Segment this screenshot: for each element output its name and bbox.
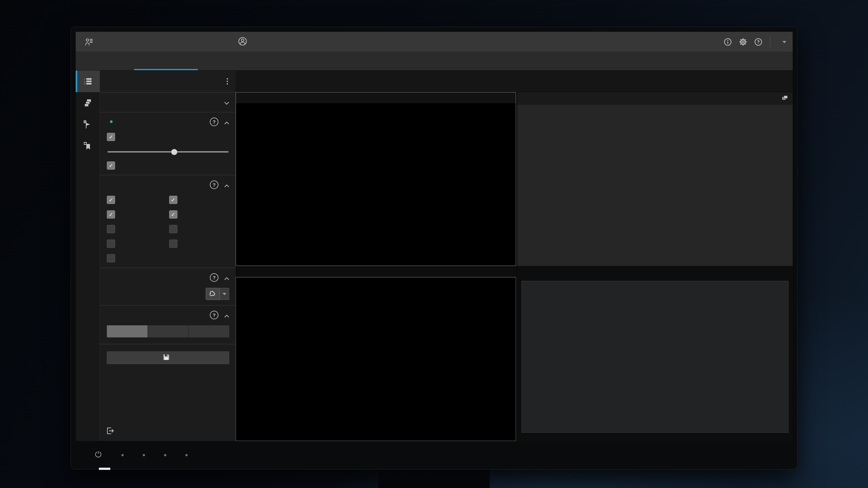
- mask-threshold-slider[interactable]: [107, 149, 228, 155]
- checkbox-box: [107, 239, 115, 248]
- rail-item-flag-icon[interactable]: [76, 114, 100, 135]
- rail-item-series-stack-icon[interactable]: [76, 92, 100, 114]
- section-select-underlay: ?: [100, 305, 236, 343]
- section-select-underlay-header[interactable]: ?: [107, 310, 229, 320]
- user-menu[interactable]: [777, 41, 788, 43]
- svg-text:3: 3: [84, 83, 86, 85]
- section-verify-data-quality[interactable]: [100, 92, 236, 112]
- chevron-down-icon: [782, 41, 786, 43]
- bezel-button[interactable]: [143, 454, 145, 456]
- chevron-down-icon[interactable]: [224, 100, 229, 104]
- help-icon[interactable]: ?: [210, 118, 218, 126]
- divider: [770, 36, 770, 48]
- checkbox-t0[interactable]: ✓: [169, 210, 229, 219]
- svg-text:2: 2: [84, 80, 86, 83]
- tab-mr-t1-perfusion[interactable]: [132, 52, 200, 70]
- main-viewport[interactable]: [236, 92, 516, 266]
- bezel-button[interactable]: [164, 454, 166, 456]
- checkbox-box: [107, 225, 115, 233]
- patient-banner: [238, 32, 281, 52]
- settings-gear-icon[interactable]: [738, 36, 748, 47]
- help-icon[interactable]: ?: [210, 181, 218, 189]
- checkbox-show-mask-in-color[interactable]: ✓: [107, 161, 229, 170]
- section-select-maps: ? ✓✓✓✓: [100, 175, 236, 267]
- save-icon: [162, 353, 170, 363]
- app-body: 123: [76, 70, 793, 441]
- help-icon[interactable]: ?: [753, 36, 764, 47]
- underlay-source-button[interactable]: [148, 325, 189, 337]
- workflow-panel: ? ✓ ✓: [100, 70, 236, 441]
- checkbox-rel-enhance[interactable]: ✓: [107, 196, 167, 204]
- checkbox-box: ✓: [107, 161, 115, 170]
- graph-legend: [522, 281, 788, 294]
- info-icon[interactable]: [722, 36, 733, 47]
- monitor: ? 123: [70, 27, 798, 469]
- section-define-mask: ? ✓ ✓: [100, 112, 236, 175]
- checkbox-box: ✓: [107, 133, 115, 141]
- mri-axial-image[interactable]: [236, 103, 516, 266]
- tab-review[interactable]: [85, 52, 132, 70]
- monitor-bezel-controls: [76, 446, 793, 464]
- checkbox-apply-mask[interactable]: ✓: [107, 133, 229, 141]
- checkbox-max-enhance[interactable]: ✓: [169, 196, 229, 204]
- mask-status-dot: [110, 121, 113, 123]
- chevron-up-icon[interactable]: [224, 276, 229, 279]
- checkbox-ttp[interactable]: [107, 225, 167, 233]
- patient-list-icon[interactable]: [83, 36, 95, 48]
- checkbox-brevity-of-enh[interactable]: [169, 239, 229, 248]
- checkbox-box: ✓: [107, 196, 115, 204]
- checkbox-max-rel-enhan[interactable]: ✓: [107, 210, 167, 219]
- desk-background: ? 123: [0, 0, 868, 488]
- exit-application-icon[interactable]: [105, 426, 115, 436]
- power-led: [99, 468, 110, 470]
- help-icon[interactable]: ?: [210, 273, 218, 282]
- checkbox-box: ✓: [169, 196, 178, 204]
- checkbox-box: [169, 239, 178, 248]
- image-toolbar: [236, 70, 793, 92]
- monitor-stand: [378, 468, 490, 488]
- application-window: ? 123: [76, 32, 793, 441]
- analysis-tabs: [517, 266, 793, 277]
- underlay-other-button[interactable]: [189, 325, 229, 337]
- rail-item-bookmark-icon[interactable]: [76, 135, 100, 157]
- draw-roi-dropdown[interactable]: [220, 288, 229, 300]
- workflow-tabs: [76, 52, 793, 70]
- bezel-button[interactable]: [121, 454, 124, 456]
- export-maps-icon[interactable]: [781, 94, 789, 103]
- bezel-button[interactable]: [185, 454, 188, 456]
- subtracted-viewport[interactable]: [236, 277, 516, 441]
- app-header: ?: [76, 32, 793, 52]
- rail-item-task-list-icon[interactable]: 123: [76, 70, 100, 92]
- checkbox-box: ✓: [107, 210, 115, 219]
- avatar-icon: [238, 36, 247, 47]
- checkbox-box: [169, 225, 178, 233]
- svg-text:?: ?: [757, 39, 760, 44]
- power-button[interactable]: [94, 450, 102, 460]
- checkbox-wash-out-rate[interactable]: [107, 239, 167, 248]
- checkbox-wash-in-rate[interactable]: [169, 225, 229, 233]
- underlay-none-button[interactable]: [107, 325, 148, 337]
- section-measure-rois: ?: [100, 267, 236, 305]
- checkbox-box: ✓: [169, 210, 178, 219]
- slider-thumb[interactable]: [171, 149, 177, 155]
- section-select-maps-header[interactable]: ?: [107, 180, 229, 189]
- section-define-mask-header[interactable]: ?: [107, 117, 229, 126]
- graph-viewer: [517, 277, 793, 441]
- roi-curve-chart: [522, 294, 788, 432]
- chevron-up-icon[interactable]: [224, 120, 229, 123]
- checkbox-area-under-the-curve[interactable]: [107, 254, 229, 262]
- checkbox-box: [107, 254, 115, 262]
- viewport-title: [236, 93, 516, 103]
- collapse-panel-button[interactable]: [225, 431, 230, 432]
- panel-menu-kebab-icon[interactable]: [225, 76, 230, 87]
- help-icon[interactable]: ?: [210, 311, 218, 319]
- draw-roi-button[interactable]: [206, 288, 220, 300]
- chevron-up-icon[interactable]: [224, 313, 229, 317]
- section-measure-rois-header[interactable]: ?: [107, 272, 229, 282]
- chevron-up-icon[interactable]: [224, 183, 229, 186]
- maps-header: [517, 92, 793, 105]
- maps-grid: [517, 105, 793, 266]
- left-icon-rail: 123: [76, 70, 100, 441]
- save-selected-maps-button[interactable]: [107, 351, 229, 364]
- graph-panel: [521, 281, 788, 433]
